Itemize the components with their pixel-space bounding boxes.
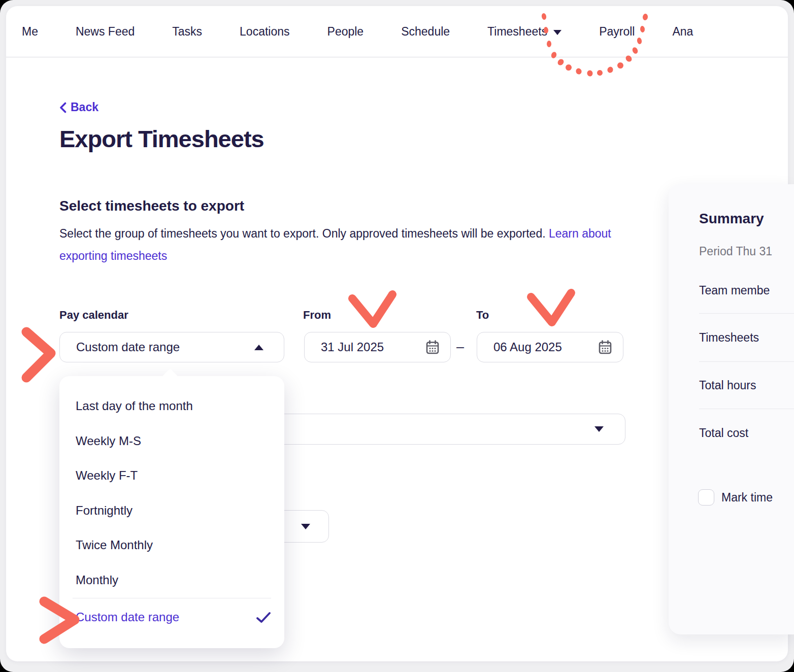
to-date-field[interactable]: 06 Aug 2025 — [477, 332, 623, 362]
nav-item-news-feed[interactable]: News Feed — [76, 25, 135, 39]
calendar-icon[interactable] — [599, 340, 612, 354]
top-nav: Me News Feed Tasks Locations People Sche… — [6, 6, 788, 57]
mark-exported-checkbox[interactable] — [698, 489, 714, 506]
summary-row-timesheets: Timesheets — [699, 331, 759, 345]
back-label: Back — [71, 100, 98, 114]
summary-row-total-cost: Total cost — [699, 426, 748, 440]
menu-item[interactable]: Weekly F-T — [76, 467, 138, 484]
menu-item[interactable]: Fortnightly — [76, 502, 133, 519]
pay-calendar-select[interactable]: Custom date range — [59, 332, 284, 362]
nav-item-tasks[interactable]: Tasks — [172, 25, 202, 39]
app-window: Me News Feed Tasks Locations People Sche… — [0, 0, 794, 672]
divider — [699, 361, 794, 362]
summary-row-total-hours: Total hours — [699, 379, 756, 392]
nav-item-analytics[interactable]: Ana — [672, 25, 693, 39]
menu-item-selected[interactable]: Custom date range — [76, 609, 179, 626]
divider — [699, 313, 794, 314]
pay-calendar-dropdown: Last day of the month Weekly M-S Weekly … — [59, 376, 284, 648]
pay-calendar-label: Pay calendar — [59, 309, 128, 322]
check-icon — [255, 611, 272, 624]
chevron-left-icon — [59, 102, 67, 113]
nav-item-schedule[interactable]: Schedule — [401, 25, 450, 39]
page-title: Export Timesheets — [59, 125, 264, 153]
nav-item-payroll[interactable]: Payroll — [599, 25, 635, 39]
section-heading: Select timesheets to export — [59, 198, 244, 214]
to-label: To — [476, 309, 489, 322]
nav-item-people[interactable]: People — [327, 25, 364, 39]
back-link[interactable]: Back — [59, 100, 98, 114]
calendar-icon[interactable] — [426, 340, 439, 354]
chevron-down-icon — [594, 426, 604, 432]
summary-period: Period Thu 31 — [699, 245, 772, 258]
menu-item[interactable]: Weekly M-S — [76, 432, 141, 450]
menu-divider — [73, 598, 271, 598]
date-range-separator: – — [456, 339, 464, 355]
menu-item[interactable]: Last day of the month — [76, 397, 193, 415]
nav-item-locations[interactable]: Locations — [240, 25, 289, 39]
nav-item-me[interactable]: Me — [22, 25, 38, 39]
nav-item-timesheets[interactable]: Timesheets — [487, 25, 561, 39]
mark-exported-label: Mark time — [721, 491, 773, 505]
chevron-down-icon — [553, 30, 561, 35]
menu-item[interactable]: Monthly — [76, 572, 118, 589]
chevron-up-icon — [254, 345, 263, 350]
chevron-down-icon — [301, 524, 310, 529]
summary-title: Summary — [699, 211, 764, 227]
from-date-field[interactable]: 31 Jul 2025 — [304, 332, 451, 362]
divider — [699, 409, 794, 409]
from-label: From — [303, 309, 331, 322]
section-description: Select the group of timesheets you want … — [59, 222, 628, 267]
summary-panel: Summary Period Thu 31 Team membe Timeshe… — [669, 184, 794, 634]
menu-item[interactable]: Twice Monthly — [76, 536, 153, 554]
summary-row-team-members: Team membe — [699, 284, 770, 297]
